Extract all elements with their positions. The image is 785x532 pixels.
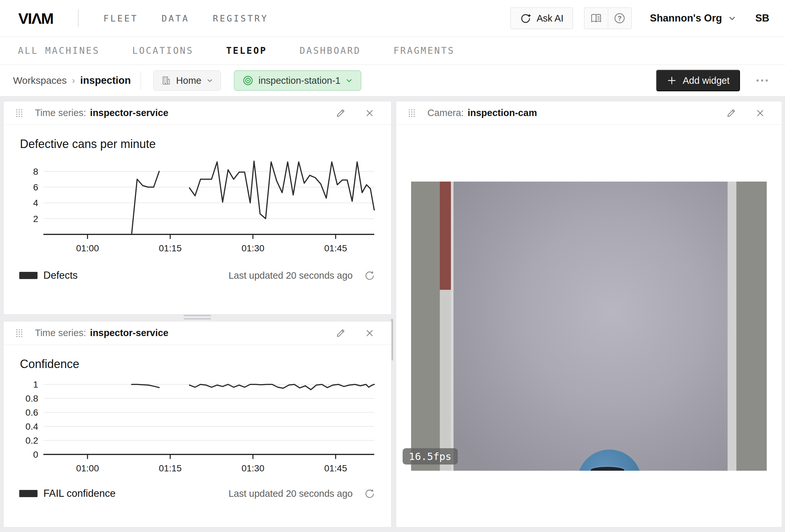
- edit-widget-button[interactable]: [335, 328, 346, 339]
- svg-text:01:15: 01:15: [159, 463, 182, 473]
- svg-text:4: 4: [33, 198, 38, 208]
- svg-text:0: 0: [33, 450, 38, 460]
- widget-header: Camera: inspection-cam: [396, 101, 782, 125]
- svg-text:6: 6: [33, 182, 38, 192]
- plus-icon: [666, 75, 677, 86]
- svg-text:01:30: 01:30: [242, 243, 264, 253]
- refresh-button[interactable]: [364, 488, 376, 499]
- ask-ai-button[interactable]: Ask AI: [510, 7, 573, 29]
- defects-line-chart: 864201:0001:1501:3001:45: [19, 154, 376, 255]
- widget-resource-name: inspector-service: [90, 108, 168, 118]
- widget-header: Time series: inspector-service: [4, 101, 391, 125]
- nav-item-data[interactable]: DATA: [161, 14, 189, 24]
- docs-button[interactable]: [584, 8, 608, 29]
- svg-text:0.4: 0.4: [25, 422, 38, 432]
- primary-nav: FLEET DATA REGISTRY: [103, 14, 268, 24]
- svg-text:8: 8: [33, 166, 38, 177]
- location-selector[interactable]: Home: [153, 71, 221, 90]
- tab-fragments[interactable]: FRAGMENTS: [394, 45, 455, 56]
- legend-label: Defects: [43, 270, 78, 281]
- top-bar: VIΛM FLEET DATA REGISTRY Ask AI ?: [0, 0, 785, 37]
- widget-type-label: Time series:: [35, 108, 86, 118]
- more-menu-button[interactable]: [755, 77, 769, 84]
- svg-text:01:00: 01:00: [76, 463, 99, 473]
- svg-text:0.6: 0.6: [25, 407, 38, 418]
- camera-belt-surface: [454, 182, 728, 471]
- org-switcher[interactable]: Shannon's Org: [650, 12, 736, 24]
- book-icon: [590, 12, 602, 24]
- camera-left-rail: [411, 182, 440, 471]
- time-series-widget-defects: Time series: inspector-service Defective…: [3, 101, 391, 315]
- chevron-down-icon: [728, 14, 736, 23]
- tab-locations[interactable]: LOCATIONS: [132, 45, 194, 56]
- machine-live-icon: [242, 75, 254, 86]
- time-series-widget-confidence: Time series: inspector-service Confidenc…: [3, 321, 391, 527]
- camera-right-edge-stripe: [728, 182, 736, 471]
- fps-badge: 16.5fps: [403, 448, 458, 464]
- viam-logo[interactable]: VIΛM: [18, 9, 53, 27]
- add-widget-label: Add widget: [683, 75, 730, 86]
- machine-selector[interactable]: inspection-station-1: [234, 71, 361, 90]
- nav-item-registry[interactable]: REGISTRY: [213, 14, 268, 24]
- confidence-line-chart: 10.80.60.40.2001:0001:1501:3001:45: [19, 374, 376, 475]
- chevron-down-icon: [345, 77, 353, 84]
- breadcrumb-separator: ›: [72, 75, 75, 86]
- widget-resource-name: inspector-service: [90, 328, 168, 338]
- machine-label: inspection-station-1: [258, 75, 340, 86]
- chevron-down-icon: [206, 77, 213, 84]
- legend-swatch: [19, 272, 37, 279]
- camera-frame: [411, 182, 767, 471]
- breadcrumb-current-workspace: inspection: [80, 75, 131, 86]
- close-widget-button[interactable]: [755, 108, 765, 118]
- svg-text:1: 1: [33, 379, 38, 390]
- widget-body: Defective cans per minute 864201:0001:15…: [4, 125, 391, 314]
- drag-handle-icon[interactable]: [15, 108, 23, 118]
- tab-teleop[interactable]: TELEOP: [226, 45, 267, 56]
- widget-body: Confidence 10.80.60.40.2001:0001:1501:30…: [4, 345, 391, 527]
- ask-ai-icon: [520, 12, 531, 24]
- help-button[interactable]: ?: [608, 8, 631, 29]
- ask-ai-label: Ask AI: [537, 13, 563, 24]
- svg-text:01:00: 01:00: [76, 243, 99, 253]
- camera-left-stripe-lower: [440, 290, 451, 471]
- add-widget-button[interactable]: Add widget: [656, 70, 740, 91]
- svg-text:01:30: 01:30: [242, 463, 264, 473]
- close-widget-button[interactable]: [364, 108, 375, 118]
- camera-stream: 16.5fps: [411, 182, 767, 471]
- row-resize-handle[interactable]: [184, 314, 211, 320]
- svg-text:0.2: 0.2: [25, 435, 38, 446]
- chart-title: Defective cans per minute: [20, 137, 376, 151]
- drag-handle-icon[interactable]: [408, 108, 416, 118]
- svg-text:2: 2: [33, 214, 38, 224]
- camera-right-rail: [736, 182, 767, 471]
- help-button-group: ?: [584, 7, 632, 29]
- edit-widget-button[interactable]: [335, 108, 346, 119]
- legend-label: FAIL confidence: [43, 488, 116, 499]
- logo-divider: [78, 9, 79, 27]
- widget-type-label: Camera:: [427, 108, 464, 118]
- svg-text:01:15: 01:15: [159, 243, 182, 253]
- camera-widget: Camera: inspection-cam: [396, 101, 782, 527]
- widget-header: Time series: inspector-service: [4, 321, 391, 345]
- drag-handle-icon[interactable]: [15, 328, 23, 338]
- fleet-tabs: ALL MACHINES LOCATIONS TELEOP DASHBOARD …: [0, 37, 785, 65]
- breadcrumb-workspaces[interactable]: Workspaces: [13, 75, 67, 86]
- tab-dashboard[interactable]: DASHBOARD: [300, 45, 361, 56]
- refresh-button[interactable]: [364, 270, 376, 281]
- building-icon: [161, 75, 171, 86]
- user-avatar[interactable]: SB: [755, 12, 769, 24]
- location-label: Home: [176, 75, 201, 86]
- camera-red-stripe: [440, 182, 451, 290]
- nav-item-fleet[interactable]: FLEET: [103, 14, 138, 24]
- legend-row: FAIL confidence Last updated 20 seconds …: [19, 488, 376, 499]
- edit-widget-button[interactable]: [726, 108, 737, 119]
- svg-text:0.8: 0.8: [25, 394, 38, 404]
- svg-text:01:45: 01:45: [324, 243, 347, 253]
- close-widget-button[interactable]: [364, 328, 375, 338]
- legend-swatch: [19, 490, 37, 497]
- chart-title: Confidence: [20, 357, 376, 371]
- legend-row: Defects Last updated 20 seconds ago: [19, 270, 376, 281]
- tab-all-machines[interactable]: ALL MACHINES: [18, 45, 100, 56]
- help-icon: ?: [613, 12, 626, 24]
- widget-type-label: Time series:: [35, 328, 86, 338]
